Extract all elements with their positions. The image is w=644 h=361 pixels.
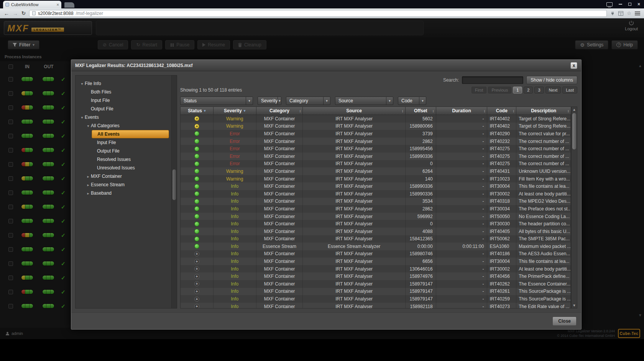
event-row[interactable]: InfoMXF ContainerIRT MXF Analyser1589821… — [181, 303, 571, 308]
cell-code: IRT30002 — [487, 265, 516, 273]
tree-scrollbar-thumb[interactable] — [172, 169, 176, 200]
col-category[interactable]: Category↕ — [256, 107, 303, 115]
event-row[interactable]: WarningMXF ContainerIRT MXF Analyser5602… — [181, 115, 571, 123]
address-bar[interactable]: s2008r2test:8088/mxf-legalizer — [29, 10, 607, 17]
event-row[interactable]: InfoMXF ContainerIRT MXF Analyser596992-… — [181, 213, 571, 220]
event-row[interactable]: WarningMXF ContainerIRT MXF Analyser1589… — [181, 123, 571, 130]
tree-scrollbar[interactable] — [172, 75, 177, 308]
tree-item-resolved-issues[interactable]: Resolved Issues — [92, 155, 169, 164]
event-row[interactable]: InfoMXF ContainerIRT MXF Analyser1589903… — [181, 190, 571, 198]
col-severity[interactable]: Severity▾ — [214, 107, 256, 115]
tree-collapsed-icon[interactable]: ▸ — [85, 191, 91, 195]
cell-offset: 158979147 — [406, 295, 436, 303]
tree-expanded-icon[interactable]: ▾ — [79, 82, 85, 86]
event-row[interactable]: ErrorMXF ContainerIRT MXF Analyser158990… — [181, 153, 571, 160]
bookmark-star-icon[interactable]: ☆ — [627, 10, 631, 16]
scroll-down-icon[interactable]: ▼ — [573, 303, 576, 308]
tree-item-output-file[interactable]: Output File — [92, 147, 169, 155]
col-description[interactable]: Description↕ — [516, 107, 571, 115]
search-input[interactable] — [462, 76, 523, 84]
filter-category-select[interactable]: Category▾ — [286, 97, 330, 105]
filter-status-select[interactable]: Status▾ — [180, 97, 253, 105]
severity-label: Info — [231, 281, 238, 287]
tree-item-input-file[interactable]: Input File — [85, 96, 169, 105]
plugin-icon[interactable] — [610, 11, 615, 16]
new-tab-button[interactable] — [64, 2, 74, 8]
event-row[interactable]: InfoMXF ContainerIRT MXF Analyser1589749… — [181, 272, 571, 280]
tree-collapsed-icon[interactable]: ▸ — [85, 174, 91, 179]
tab-close-icon[interactable]: × — [57, 2, 59, 7]
event-row[interactable]: InfoMXF ContainerIRT MXF Analyser1589791… — [181, 295, 571, 303]
col-status[interactable]: Status▾ — [181, 107, 214, 115]
page-next-button[interactable]: Next — [545, 87, 561, 94]
event-row[interactable]: InfoMXF ContainerIRT MXF Analyser1589791… — [181, 288, 571, 295]
event-row[interactable]: InfoMXF ContainerIRT MXF Analyser1589807… — [181, 250, 571, 258]
page-first-button[interactable]: First — [472, 87, 486, 94]
tree-item-all-events[interactable]: All Events — [92, 130, 169, 138]
browser-menu-icon[interactable] — [635, 11, 640, 15]
browser-tab[interactable]: CubeWorkflow × — [3, 1, 61, 8]
col-code[interactable]: Code↕ — [487, 107, 516, 115]
scroll-up-icon[interactable]: ▲ — [573, 107, 576, 112]
tree-item-essence-stream[interactable]: ▸Essence Stream — [85, 180, 169, 189]
filter-code-select[interactable]: Code▾ — [398, 97, 426, 105]
event-row[interactable]: InfoEssence StreamEssence Stream Analyze… — [181, 243, 571, 250]
forward-button[interactable]: → — [13, 10, 18, 16]
back-button[interactable]: ← — [4, 10, 9, 16]
maximize-button[interactable] — [628, 3, 631, 6]
col-duration[interactable]: Duration↕ — [436, 107, 488, 115]
page-3-button[interactable]: 3 — [534, 87, 544, 94]
tree-item-events[interactable]: ▾Events — [79, 113, 169, 121]
minimize-button[interactable] — [619, 4, 622, 5]
tree-item-output-file[interactable]: Output File — [85, 105, 169, 113]
event-row[interactable]: InfoMXF ContainerIRT MXF Analyser6656-IR… — [181, 258, 571, 265]
event-row[interactable]: InfoMXF ContainerIRT MXF Analyser3534-IR… — [181, 198, 571, 205]
col-offset[interactable]: Offset↕ — [406, 107, 436, 115]
event-row[interactable]: ErrorMXF ContainerIRT MXF Analyser0-IRT4… — [181, 160, 571, 168]
reload-button[interactable]: ↻ — [21, 10, 26, 16]
dot-green-icon — [194, 214, 199, 219]
cell-description: This SourcePackage is ... — [516, 288, 571, 295]
cell-code: IRT40273 — [487, 303, 516, 308]
display-icon[interactable] — [606, 2, 613, 7]
event-row[interactable]: ErrorMXF ContainerIRT MXF Analyser2862-I… — [181, 138, 571, 145]
filter-source-select[interactable]: Source▾ — [335, 97, 393, 105]
event-row[interactable]: WarningMXF ContainerIRT MXF Analyser6264… — [181, 167, 571, 175]
severity-label: Info — [231, 184, 238, 189]
event-row[interactable]: InfoMXF ContainerIRT MXF Analyser1584123… — [181, 235, 571, 243]
event-row[interactable]: InfoMXF ContainerIRT MXF Analyser2862-IR… — [181, 205, 571, 213]
tree-item-input-file[interactable]: Input File — [92, 138, 169, 147]
event-row[interactable]: InfoMXF ContainerIRT MXF Analyser1589903… — [181, 182, 571, 190]
tree-item-all-categories[interactable]: ▾All Categories — [85, 121, 169, 130]
page-previous-button[interactable]: Previous — [488, 87, 511, 94]
table-scrollbar-thumb[interactable] — [572, 113, 576, 149]
page-last-button[interactable]: Last — [562, 87, 577, 94]
tree-item-baseband[interactable]: ▸Baseband — [85, 189, 169, 197]
event-row[interactable]: WarningMXF ContainerIRT MXF Analyser140-… — [181, 175, 571, 183]
page-1-button[interactable]: 1 — [513, 87, 522, 94]
tree-expanded-icon[interactable]: ▾ — [85, 124, 91, 128]
tree-item-both-files[interactable]: Both Files — [85, 88, 169, 96]
modal-close-icon[interactable]: x — [570, 62, 577, 69]
table-scrollbar[interactable]: ▲ ▼ — [571, 107, 577, 308]
plus-dark-icon — [194, 289, 199, 294]
cell-description: Unknown UUID version... — [516, 167, 571, 175]
tree-item-file-info[interactable]: ▾File Info — [79, 79, 169, 88]
event-row[interactable]: InfoMXF ContainerIRT MXF Analyser1589791… — [181, 280, 571, 288]
close-button[interactable]: Close — [552, 317, 577, 326]
close-window-button[interactable]: × — [637, 2, 640, 6]
tree-item-mxf-container[interactable]: ▸MXF Container — [85, 172, 169, 180]
event-row[interactable]: InfoMXF ContainerIRT MXF Analyser1306460… — [181, 265, 571, 273]
page-2-button[interactable]: 2 — [524, 87, 533, 94]
tree-expanded-icon[interactable]: ▾ — [79, 115, 85, 120]
tree-collapsed-icon[interactable]: ▸ — [85, 183, 91, 187]
filter-severity-select[interactable]: Severity▾ — [258, 97, 281, 105]
event-row[interactable]: ErrorMXF ContainerIRT MXF Analyser158995… — [181, 145, 571, 153]
event-row[interactable]: InfoMXF ContainerIRT MXF Analyser0-IRT30… — [181, 220, 571, 228]
show-hide-columns-button[interactable]: Show / hide columns — [526, 76, 577, 84]
tree-item-unresolved-issues[interactable]: Unresolved Issues — [92, 164, 169, 172]
col-source[interactable]: Source↕ — [303, 107, 405, 115]
event-row[interactable]: ErrorMXF ContainerIRT MXF Analyser3739-I… — [181, 130, 571, 138]
event-row[interactable]: InfoMXF ContainerIRT MXF Analyser4088-IR… — [181, 228, 571, 235]
frames-icon[interactable] — [618, 11, 623, 16]
